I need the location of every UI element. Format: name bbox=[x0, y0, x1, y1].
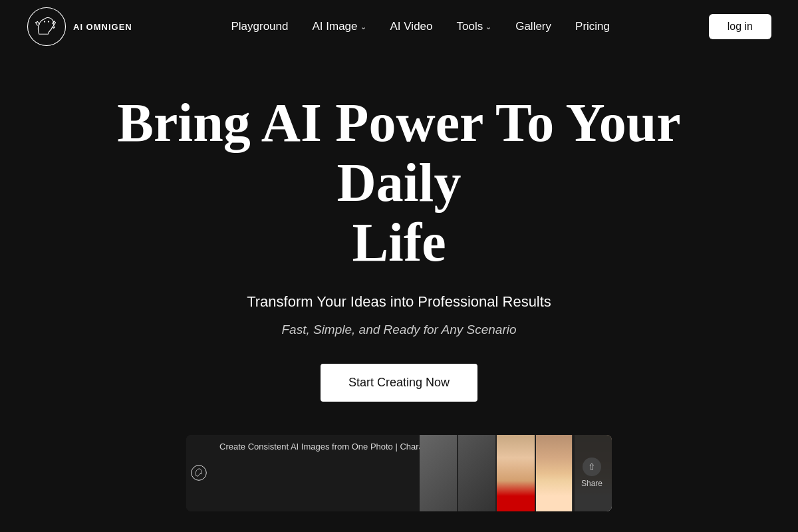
share-icon: ⇧ bbox=[583, 458, 601, 476]
nav-item-ai-video[interactable]: AI Video bbox=[390, 20, 433, 33]
video-thumb-2 bbox=[458, 435, 495, 511]
video-container[interactable]: Create Consistent AI Images from One Pho… bbox=[186, 435, 612, 511]
share-overlay[interactable]: ⇧ Share bbox=[572, 435, 612, 511]
hero-subtitle: Transform Your Ideas into Professional R… bbox=[247, 293, 551, 311]
nav-link-ai-image[interactable]: AI Image ⌄ bbox=[312, 20, 366, 33]
logo-area[interactable]: AI OMNIGEN bbox=[27, 7, 132, 47]
hero-title: Bring AI Power To Your Daily Life bbox=[50, 93, 748, 273]
nav-item-playground[interactable]: Playground bbox=[231, 20, 288, 33]
video-thumb-3 bbox=[497, 435, 534, 511]
logo-text: AI OMNIGEN bbox=[73, 22, 132, 32]
nav-item-pricing[interactable]: Pricing bbox=[575, 20, 610, 33]
svg-point-0 bbox=[28, 8, 66, 46]
chevron-down-icon: ⌄ bbox=[485, 23, 491, 31]
nav-link-pricing[interactable]: Pricing bbox=[575, 20, 610, 33]
hero-tagline: Fast, Simple, and Ready for Any Scenario bbox=[281, 323, 516, 337]
nav-link-ai-video[interactable]: AI Video bbox=[390, 20, 433, 33]
start-creating-button[interactable]: Start Creating Now bbox=[321, 364, 477, 402]
nav-item-gallery[interactable]: Gallery bbox=[515, 20, 551, 33]
video-thumb-1 bbox=[420, 435, 457, 511]
svg-point-1 bbox=[44, 21, 45, 22]
video-logo-icon bbox=[190, 464, 207, 481]
chevron-down-icon: ⌄ bbox=[360, 23, 366, 31]
nav-link-gallery[interactable]: Gallery bbox=[515, 20, 551, 33]
video-title: Create Consistent AI Images from One Pho… bbox=[211, 435, 420, 511]
video-thumb-4 bbox=[536, 435, 573, 511]
logo-icon bbox=[27, 7, 66, 47]
share-label: Share bbox=[581, 479, 602, 488]
video-logo-bar bbox=[186, 435, 211, 511]
nav-item-tools[interactable]: Tools ⌄ bbox=[457, 20, 492, 33]
login-button[interactable]: log in bbox=[709, 14, 771, 39]
hero-section: Bring AI Power To Your Daily Life Transf… bbox=[0, 53, 798, 531]
nav-link-playground[interactable]: Playground bbox=[231, 20, 288, 33]
navbar: AI OMNIGEN Playground AI Image ⌄ AI Vide… bbox=[0, 0, 798, 53]
nav-link-tools[interactable]: Tools ⌄ bbox=[457, 20, 492, 33]
nav-links: Playground AI Image ⌄ AI Video Tools ⌄ G… bbox=[231, 20, 610, 33]
svg-point-2 bbox=[48, 21, 49, 22]
nav-item-ai-image[interactable]: AI Image ⌄ bbox=[312, 20, 366, 33]
svg-point-3 bbox=[192, 466, 207, 481]
